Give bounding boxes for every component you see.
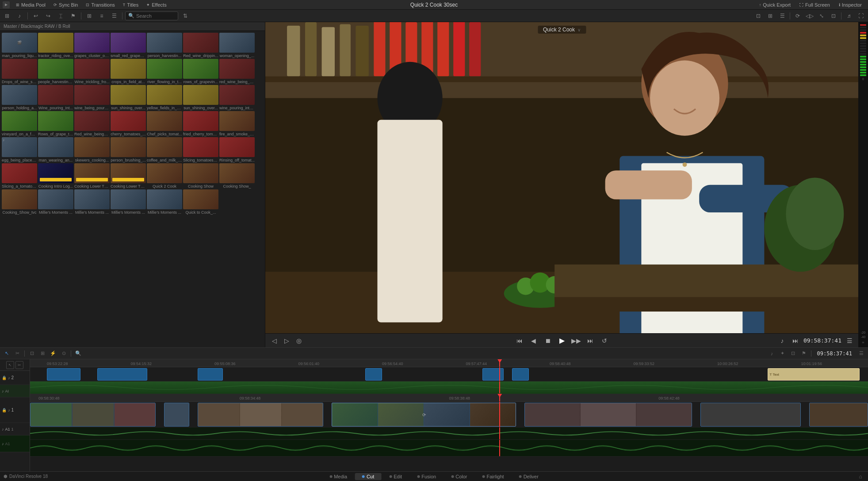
v2-track[interactable]: T Text <box>30 367 868 381</box>
fullscreen-preview-btn[interactable]: ⏭ <box>790 335 801 346</box>
list-item[interactable]: person_holding_a... <box>2 85 37 110</box>
list-item[interactable]: coffee_and_milk_b... <box>147 137 182 162</box>
list-item[interactable]: Red_wine_being_p... <box>74 111 110 136</box>
list-item[interactable]: Cooking Lower Thi... <box>74 163 110 189</box>
trim-tool-btn[interactable]: ✂ <box>12 349 22 358</box>
list-item[interactable]: tractor_riding_ove... <box>38 33 73 58</box>
list-item[interactable]: Cooking Intro Log... <box>38 163 73 189</box>
dual-screen-btn[interactable]: ⊞ <box>765 11 776 21</box>
transform-btn[interactable]: ⤡ <box>816 11 827 21</box>
audio-btn[interactable]: ♪ <box>777 335 788 346</box>
ripple-delete-btn[interactable]: ⊡ <box>27 349 37 358</box>
close-up-btn[interactable]: ⊞ <box>38 349 47 358</box>
list-item[interactable]: Cooking_Show_tvc <box>2 189 37 215</box>
v1-clip1[interactable] <box>30 403 156 427</box>
skip-to-start-btn[interactable]: ⏮ <box>514 335 525 346</box>
list-item[interactable]: Rinsing_off_tomat... <box>219 137 255 162</box>
list-item[interactable]: Quick 2 Cook <box>147 163 182 189</box>
a1-track[interactable] <box>30 427 868 440</box>
tab-media-pool[interactable]: ⊞ Media Pool <box>12 0 49 10</box>
list-item[interactable]: Wine_trickling_fro... <box>74 59 110 84</box>
list-item[interactable]: cherry_tomatoes_... <box>111 111 146 136</box>
tab-deliver[interactable]: Deliver <box>512 473 546 480</box>
list-item[interactable]: Slicing_a_tomato_... <box>2 163 37 189</box>
full-screen-btn[interactable]: ⛶ Full Screen <box>797 1 833 8</box>
list-item[interactable]: wine_being_poure... <box>74 85 110 110</box>
audio-meter-btn[interactable]: ♬ <box>844 11 854 21</box>
v2-clip4[interactable] <box>365 368 382 381</box>
search-box[interactable]: 🔍 <box>125 12 178 20</box>
skip-to-end-btn[interactable]: ⏭ <box>585 335 596 346</box>
list-item[interactable]: Chef_picks_tomat... <box>147 111 182 136</box>
speed-btn[interactable]: ⚡ <box>48 349 58 358</box>
a1-waveform-track[interactable] <box>30 440 868 457</box>
v2-clip1[interactable] <box>47 368 80 381</box>
tl-fx-btn[interactable]: ✦ <box>778 349 788 358</box>
in-out-btn[interactable]: ◁▷ <box>804 11 815 21</box>
tl-menu-btn[interactable]: ☰ <box>857 349 866 358</box>
tl-tool1[interactable]: ↖ <box>6 361 14 369</box>
home-btn[interactable]: ⌂ <box>857 473 864 481</box>
list-item[interactable]: sun_shining_over... <box>111 85 146 110</box>
list-item[interactable]: red_wine_being_p... <box>219 59 255 84</box>
v2-clip2[interactable] <box>97 368 148 381</box>
list-item[interactable]: grapes_cluster_on... <box>74 33 110 58</box>
timeline-ruler-top[interactable]: 09:53:22:28 09:54:15:32 09:55:08:36 09:5… <box>30 359 868 367</box>
v1-clip-main[interactable]: ⟳ <box>332 403 516 427</box>
list-item[interactable]: person_brushing_... <box>111 137 146 162</box>
list-item[interactable]: Red_wine_drippin... <box>183 33 218 58</box>
list-item[interactable]: person_harvestin... <box>147 33 182 58</box>
list-item[interactable]: Slicing_tomatoes_... <box>183 137 218 162</box>
v2-text-clip[interactable]: T Text <box>768 368 860 381</box>
loop-btn[interactable]: ↺ <box>599 335 610 346</box>
toggle-audio-tl-btn[interactable]: ♪ <box>767 349 777 358</box>
list-item[interactable]: river_flowing_in_t... <box>147 59 182 84</box>
list-item[interactable]: Millie's Moments ... <box>38 189 73 215</box>
select-tool-btn[interactable]: ↖ <box>2 349 11 358</box>
ai-track[interactable] <box>30 381 868 394</box>
list-view-btn[interactable]: ≡ <box>96 11 107 21</box>
tl-zoom-in[interactable]: 🔍 <box>73 349 83 358</box>
preview-layout-btn[interactable]: ⊡ <box>753 11 764 21</box>
list-item[interactable]: Millie's Moments ... <box>74 189 110 215</box>
tab-fairlight[interactable]: Fairlight <box>475 473 511 480</box>
list-item[interactable]: sun_shining_over... <box>183 85 218 110</box>
v2-clip3[interactable] <box>198 368 223 381</box>
loop-btn[interactable]: ⟳ <box>792 11 803 21</box>
tab-titles[interactable]: T Titles <box>119 0 142 10</box>
v1-clip2[interactable] <box>164 403 189 427</box>
next-frame-btn[interactable]: ▶▶ <box>571 335 581 346</box>
tab-cut[interactable]: Cut <box>355 473 381 480</box>
v1-clip6[interactable] <box>809 403 868 427</box>
list-item[interactable]: vineyard_on_a_far... <box>2 111 37 136</box>
tl-flags-btn[interactable]: ⚑ <box>799 349 809 358</box>
list-item[interactable]: Rows_of_grape_tr... <box>38 111 73 136</box>
grid-view-btn[interactable]: ⊞ <box>84 11 95 21</box>
toggle-media-pool-btn[interactable]: ⊞ <box>2 11 12 21</box>
tab-effects[interactable]: ✦ Effects <box>143 0 170 10</box>
list-item[interactable]: Millie's Moments ... <box>111 189 146 215</box>
list-item[interactable]: Millie's Moments ... <box>147 189 182 215</box>
list-item[interactable]: wine_pouring_into... <box>219 85 255 110</box>
list-item[interactable]: Drops_of_wine_sp... <box>2 59 37 84</box>
tl-transcode-btn[interactable]: ⊡ <box>788 349 798 358</box>
v1-clip5[interactable] <box>700 403 801 427</box>
list-item[interactable]: skewers_cooking... <box>74 137 110 162</box>
tab-transitions[interactable]: ⊡ Transitions <box>82 0 118 10</box>
list-item[interactable]: yellow_fields_in_bl... <box>147 85 182 110</box>
list-item[interactable]: Quick to Cook_... <box>183 189 218 215</box>
redo-btn[interactable]: ↪ <box>43 11 54 21</box>
v1-clip4[interactable] <box>524 403 692 427</box>
v1-clip3[interactable] <box>198 403 323 427</box>
viewer-size-btn[interactable]: ⛶ <box>856 11 866 21</box>
sort-btn[interactable]: ⇅ <box>180 11 191 21</box>
list-item[interactable]: crops_in_field_at... <box>111 59 146 84</box>
list-item[interactable]: fire_and_smoke_c... <box>219 111 255 136</box>
v2-clip5[interactable] <box>482 368 503 381</box>
prev-frame-btn[interactable]: ◀ <box>528 335 539 346</box>
list-item[interactable]: fried_cherry_toma... <box>183 111 218 136</box>
mark-out-btn[interactable]: ▷ <box>281 335 292 346</box>
list-item[interactable]: rows_of_grapevin... <box>183 59 218 84</box>
list-item[interactable]: Cooking Show_ <box>219 163 255 189</box>
list-item[interactable]: small_red_grape_c... <box>111 33 146 58</box>
